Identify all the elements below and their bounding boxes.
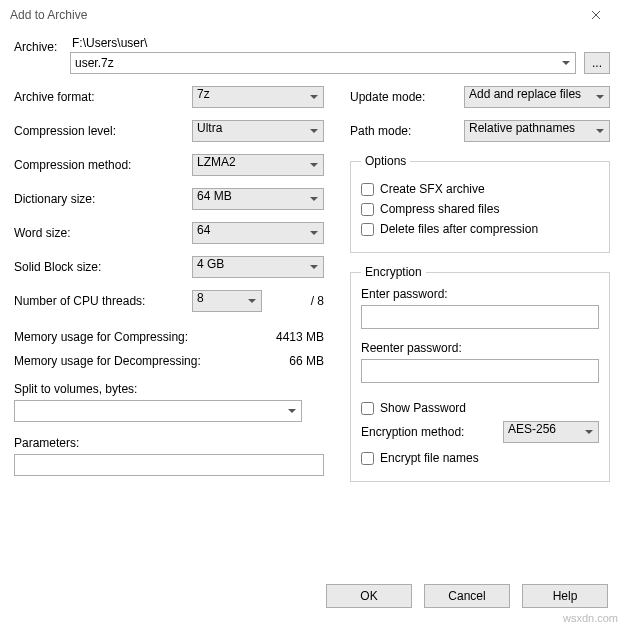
browse-button[interactable]: ...: [584, 52, 610, 74]
titlebar: Add to Archive: [0, 0, 624, 30]
block-label: Solid Block size:: [14, 260, 192, 274]
archive-name-input[interactable]: [70, 52, 576, 74]
help-button[interactable]: Help: [522, 584, 608, 608]
mem-decomp-value: 66 MB: [289, 354, 324, 368]
window-title: Add to Archive: [10, 8, 87, 22]
level-label: Compression level:: [14, 124, 192, 138]
word-label: Word size:: [14, 226, 192, 240]
level-select[interactable]: Ultra: [192, 120, 324, 142]
dict-label: Dictionary size:: [14, 192, 192, 206]
delete-label: Delete files after compression: [380, 222, 538, 236]
shared-checkbox[interactable]: [361, 203, 374, 216]
update-select[interactable]: Add and replace files: [464, 86, 610, 108]
split-label: Split to volumes, bytes:: [14, 382, 324, 396]
method-label: Compression method:: [14, 158, 192, 172]
mem-comp-value: 4413 MB: [276, 330, 324, 344]
threads-label: Number of CPU threads:: [14, 294, 192, 308]
show-pw-checkbox[interactable]: [361, 402, 374, 415]
threads-select[interactable]: 8: [192, 290, 262, 312]
word-select[interactable]: 64: [192, 222, 324, 244]
dict-select[interactable]: 64 MB: [192, 188, 324, 210]
params-label: Parameters:: [14, 436, 324, 450]
pathmode-label: Path mode:: [350, 124, 464, 138]
archive-path: F:\Users\user\: [70, 36, 610, 52]
encrypt-names-label: Encrypt file names: [380, 451, 479, 465]
sfx-checkbox[interactable]: [361, 183, 374, 196]
enc-method-label: Encryption method:: [361, 425, 503, 439]
method-select[interactable]: LZMA2: [192, 154, 324, 176]
password-input[interactable]: [361, 305, 599, 329]
params-input[interactable]: [14, 454, 324, 476]
show-pw-label: Show Password: [380, 401, 466, 415]
sfx-label: Create SFX archive: [380, 182, 485, 196]
watermark: wsxdn.com: [563, 612, 618, 624]
pathmode-select[interactable]: Relative pathnames: [464, 120, 610, 142]
cancel-button[interactable]: Cancel: [424, 584, 510, 608]
format-select[interactable]: 7z: [192, 86, 324, 108]
options-legend: Options: [361, 154, 410, 168]
close-button[interactable]: [576, 0, 616, 30]
delete-checkbox[interactable]: [361, 223, 374, 236]
mem-decomp-label: Memory usage for Decompressing:: [14, 354, 201, 368]
shared-label: Compress shared files: [380, 202, 499, 216]
archive-label: Archive:: [14, 36, 70, 54]
encryption-legend: Encryption: [361, 265, 426, 279]
split-input[interactable]: [14, 400, 302, 422]
enc-method-select[interactable]: AES-256: [503, 421, 599, 443]
threads-max: / 8: [262, 294, 324, 308]
encryption-group: Encryption Enter password: Reenter passw…: [350, 265, 610, 482]
close-icon: [591, 10, 601, 20]
block-select[interactable]: 4 GB: [192, 256, 324, 278]
update-label: Update mode:: [350, 90, 464, 104]
enter-pw-label: Enter password:: [361, 287, 599, 301]
password-confirm-input[interactable]: [361, 359, 599, 383]
encrypt-names-checkbox[interactable]: [361, 452, 374, 465]
format-label: Archive format:: [14, 90, 192, 104]
ok-button[interactable]: OK: [326, 584, 412, 608]
options-group: Options Create SFX archive Compress shar…: [350, 154, 610, 253]
reenter-pw-label: Reenter password:: [361, 341, 599, 355]
mem-comp-label: Memory usage for Compressing:: [14, 330, 188, 344]
